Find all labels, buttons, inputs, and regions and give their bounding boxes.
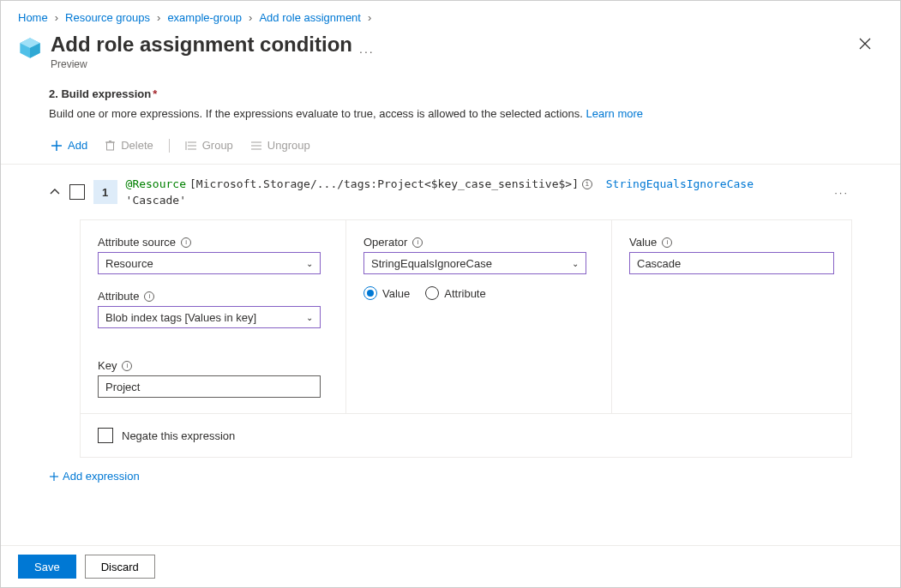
- expression-toolbar: Add Delete Group Ungroup: [1, 132, 900, 165]
- token-resource: @Resource: [126, 177, 186, 190]
- preview-label: Preview: [51, 58, 352, 70]
- value-label: Value i: [629, 236, 834, 249]
- negate-label: Negate this expression: [122, 429, 235, 442]
- chevron-up-icon: [49, 186, 61, 198]
- ungroup-button[interactable]: Ungroup: [249, 135, 312, 155]
- more-icon[interactable]: ···: [359, 45, 375, 58]
- token-value: 'Cascade': [126, 194, 186, 207]
- expression-list: 1 @Resource[Microsoft.Storage/.../tags:P…: [1, 165, 900, 458]
- value-column: Value i Cascade: [612, 220, 851, 413]
- expression-summary: @Resource[Microsoft.Storage/.../tags:Pro…: [126, 177, 823, 207]
- expression-editor-panel: Attribute source i Resource ⌄ Attribute …: [80, 219, 852, 458]
- section-description: Build one or more expressions. If the ex…: [1, 104, 900, 132]
- radio-value[interactable]: Value: [363, 286, 410, 300]
- expression-index: 1: [93, 180, 117, 204]
- page-title: Add role assignment condition: [51, 33, 352, 57]
- info-icon[interactable]: i: [662, 237, 672, 248]
- chevron-down-icon: ⌄: [572, 259, 579, 268]
- key-input[interactable]: Project: [98, 375, 321, 398]
- plus-icon: [49, 471, 59, 482]
- row-more-button[interactable]: ···: [831, 186, 852, 199]
- info-icon[interactable]: i: [144, 291, 154, 302]
- chevron-right-icon: ›: [157, 11, 160, 24]
- breadcrumb: Home › Resource groups › example-group ›…: [1, 1, 900, 29]
- trash-icon: [105, 140, 116, 151]
- cube-icon: [18, 36, 42, 60]
- negate-checkbox[interactable]: [98, 428, 113, 443]
- info-icon[interactable]: i: [181, 237, 191, 248]
- chevron-down-icon: ⌄: [306, 259, 313, 268]
- info-icon[interactable]: i: [122, 361, 132, 371]
- section-title: 2. Build expression*: [1, 70, 900, 104]
- operand-type-radios: Value Attribute: [363, 286, 594, 300]
- required-indicator: *: [153, 87, 157, 100]
- breadcrumb-example-group[interactable]: example-group: [167, 11, 242, 24]
- breadcrumb-add-role-assignment[interactable]: Add role assignment: [259, 11, 361, 24]
- radio-value-label: Value: [382, 287, 410, 300]
- attribute-label: Attribute i: [98, 290, 328, 303]
- token-operator: StringEqualsIgnoreCase: [606, 177, 754, 190]
- delete-button[interactable]: Delete: [103, 135, 155, 155]
- learn-more-link[interactable]: Learn more: [586, 107, 643, 120]
- chevron-down-icon: ⌄: [306, 313, 313, 322]
- info-icon[interactable]: i: [412, 237, 423, 248]
- ungroup-icon: [250, 141, 262, 151]
- add-expression-link[interactable]: Add expression: [49, 470, 140, 483]
- save-button[interactable]: Save: [18, 555, 76, 579]
- attribute-source-select[interactable]: Resource ⌄: [98, 252, 321, 274]
- svg-rect-7: [107, 142, 114, 150]
- expression-checkbox[interactable]: [69, 184, 85, 200]
- radio-attribute[interactable]: Attribute: [425, 286, 485, 300]
- breadcrumb-home[interactable]: Home: [18, 11, 48, 24]
- operator-column: Operator i StringEqualsIgnoreCase ⌄ Valu…: [346, 220, 612, 413]
- attribute-select[interactable]: Blob index tags [Values in key] ⌄: [98, 306, 321, 328]
- radio-attribute-label: Attribute: [444, 287, 485, 300]
- attribute-source-label: Attribute source i: [98, 236, 328, 249]
- toolbar-separator: [169, 139, 170, 153]
- info-icon[interactable]: i: [582, 179, 592, 189]
- footer: Save Discard: [1, 545, 900, 587]
- group-button[interactable]: Group: [183, 135, 235, 155]
- value-input[interactable]: Cascade: [629, 252, 834, 274]
- discard-button[interactable]: Discard: [85, 555, 155, 579]
- expression-row: 1 @Resource[Microsoft.Storage/.../tags:P…: [49, 177, 852, 207]
- page-header: Add role assignment condition Preview ··…: [1, 29, 900, 70]
- operator-select[interactable]: StringEqualsIgnoreCase ⌄: [363, 252, 586, 274]
- breadcrumb-resource-groups[interactable]: Resource groups: [65, 11, 150, 24]
- add-button[interactable]: Add: [49, 135, 89, 155]
- collapse-toggle[interactable]: [49, 186, 61, 198]
- negate-row: Negate this expression: [81, 414, 851, 457]
- plus-icon: [51, 140, 63, 152]
- chevron-right-icon: ›: [368, 11, 371, 24]
- close-button[interactable]: [854, 33, 876, 58]
- operator-label: Operator i: [363, 236, 594, 249]
- radio-icon: [425, 286, 439, 300]
- close-icon: [859, 38, 871, 50]
- token-path: [Microsoft.Storage/.../tags:Project<$key…: [189, 177, 579, 190]
- attribute-column: Attribute source i Resource ⌄ Attribute …: [81, 220, 346, 413]
- group-icon: [185, 141, 197, 151]
- chevron-right-icon: ›: [249, 11, 252, 24]
- radio-icon: [363, 286, 377, 300]
- chevron-right-icon: ›: [55, 11, 58, 24]
- key-label: Key i: [98, 359, 328, 372]
